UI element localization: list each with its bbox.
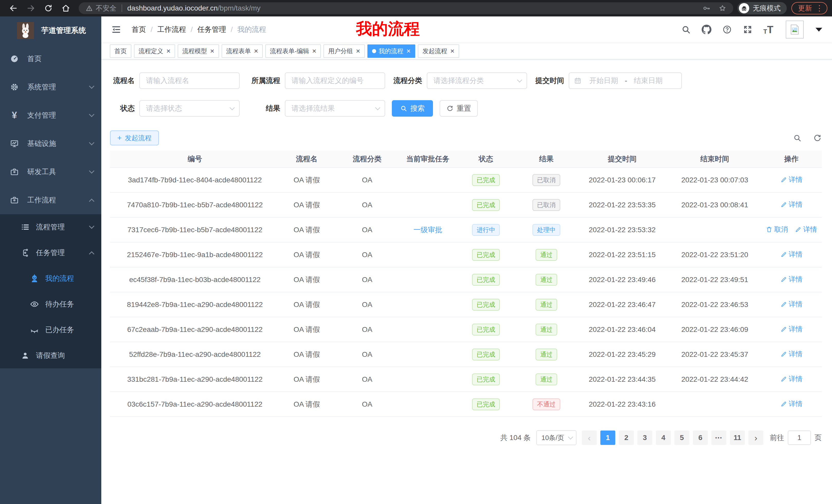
detail-button[interactable]: 详情	[780, 349, 803, 359]
page-button-4[interactable]: 4	[656, 430, 671, 445]
sidebar-item-my-process[interactable]: 我的流程	[0, 265, 101, 291]
sidebar-item-done-task[interactable]: 已办任务	[0, 317, 101, 343]
tab-process-form[interactable]: 流程表单 ×	[222, 45, 263, 58]
key-icon[interactable]	[702, 4, 711, 12]
cell-id: 52ffd28e-7b9a-11ec-a290-acde48001122	[110, 342, 280, 367]
hamburger-icon[interactable]	[111, 24, 121, 35]
tab-label: 发起流程	[422, 47, 447, 55]
toggle-search-icon[interactable]	[793, 134, 802, 142]
tab-home[interactable]: 首页	[110, 45, 131, 58]
sidebar-item-leave-query[interactable]: 请假查询	[0, 343, 101, 368]
refresh-table-icon[interactable]	[813, 134, 822, 142]
end-date-input[interactable]	[629, 77, 668, 85]
page-button-6[interactable]: 6	[693, 430, 708, 445]
page-button-2[interactable]: 2	[619, 430, 634, 445]
sidebar-item-payment[interactable]: ¥ 支付管理	[0, 101, 101, 130]
address-bar[interactable]: 不安全 dashboard.yudao.iocoder.cn/bpm/task/…	[79, 2, 733, 14]
sidebar-item-dev-tools[interactable]: 研发工具	[0, 158, 101, 186]
search-button[interactable]: 搜索	[392, 100, 433, 117]
close-icon[interactable]: ×	[312, 48, 316, 55]
fullscreen-icon[interactable]	[743, 25, 753, 34]
detail-button[interactable]: 详情	[780, 300, 803, 309]
reset-button[interactable]: 重置	[440, 100, 478, 117]
close-icon[interactable]: ×	[166, 48, 171, 55]
sidebar-item-label: 系统管理	[27, 82, 90, 92]
tab-user-group[interactable]: 用户分组 ×	[323, 45, 365, 58]
reload-icon[interactable]	[43, 2, 54, 14]
detail-button[interactable]: 详情	[780, 175, 803, 184]
close-icon[interactable]: ×	[356, 48, 360, 55]
detail-button[interactable]: 详情	[780, 200, 803, 209]
detail-button[interactable]: 详情	[780, 275, 803, 284]
detail-button[interactable]: 详情	[795, 225, 817, 234]
detail-button[interactable]: 详情	[780, 325, 803, 334]
next-page-button[interactable]: ›	[749, 430, 763, 445]
detail-button[interactable]: 详情	[780, 374, 803, 384]
process-def-input[interactable]	[285, 73, 385, 89]
result-badge: 通过	[536, 249, 557, 261]
page-button-11[interactable]: 11	[730, 430, 745, 445]
tab-my-process[interactable]: 我的流程 ×	[367, 45, 415, 58]
chevron-down-icon[interactable]	[815, 28, 822, 32]
breadcrumb-workflow[interactable]: 工作流程	[157, 25, 186, 34]
close-icon[interactable]: ×	[254, 48, 258, 55]
submit-time-label: 提交时间	[534, 76, 564, 86]
security-label[interactable]: 不安全	[96, 4, 116, 13]
sidebar-item-home[interactable]: 首页	[0, 45, 101, 73]
sidebar-item-workflow[interactable]: 工作流程	[0, 186, 101, 214]
back-icon[interactable]	[7, 2, 19, 14]
filter-row-1: 流程名 所属流程 流程分类 提交时间 -	[110, 73, 822, 89]
sidebar-item-process-manage[interactable]: 流程管理	[0, 214, 101, 240]
start-date-input[interactable]	[584, 77, 623, 85]
result-select[interactable]	[285, 100, 385, 117]
tab-process-definition[interactable]: 流程定义 ×	[134, 45, 175, 58]
sidebar-logo[interactable]: 芋道管理系统	[0, 17, 101, 45]
page-button-5[interactable]: 5	[674, 430, 689, 445]
search-icon[interactable]	[681, 25, 691, 34]
header-category: 流程分类	[334, 150, 400, 167]
sidebar-item-infrastructure[interactable]: 基础设施	[0, 130, 101, 158]
page-button-1[interactable]: 1	[600, 430, 615, 445]
task-link[interactable]: 一级审批	[413, 226, 442, 234]
app-title: 芋道管理系统	[41, 25, 86, 36]
sidebar-item-task-manage[interactable]: 任务管理	[0, 240, 101, 265]
detail-button[interactable]: 详情	[780, 399, 803, 409]
breadcrumb-home[interactable]: 首页	[132, 25, 146, 34]
process-name-input[interactable]	[139, 73, 240, 89]
close-icon[interactable]: ×	[450, 48, 454, 55]
cell-end-time: 2022-01-22 23:45:37	[669, 342, 761, 367]
tab-start-process[interactable]: 发起流程 ×	[418, 45, 459, 58]
date-range-picker[interactable]: -	[569, 73, 682, 89]
sidebar-item-todo-task[interactable]: 待办任务	[0, 291, 101, 317]
detail-button[interactable]: 详情	[780, 250, 803, 259]
category-select[interactable]	[427, 73, 527, 89]
update-button[interactable]: 更新 ⋮	[791, 2, 827, 15]
cancel-button[interactable]: 取消	[766, 225, 788, 234]
github-icon[interactable]	[702, 25, 711, 34]
goto-page-input[interactable]	[788, 430, 811, 445]
help-icon[interactable]	[722, 25, 732, 34]
cell-category: OA	[334, 367, 400, 392]
kebab-menu-icon[interactable]: ⋮	[815, 4, 823, 12]
tab-process-form-edit[interactable]: 流程表单-编辑 ×	[265, 45, 321, 58]
avatar[interactable]	[786, 21, 804, 38]
table-toolbar: + 发起流程	[110, 131, 822, 145]
sidebar-item-label: 请假查询	[36, 351, 94, 360]
tab-label: 我的流程	[379, 47, 404, 55]
forward-icon[interactable]	[25, 2, 37, 14]
star-icon[interactable]	[718, 4, 727, 12]
home-icon[interactable]	[60, 2, 72, 14]
status-badge: 已完成	[472, 348, 500, 360]
page-size-select[interactable]	[536, 430, 576, 445]
prev-page-button[interactable]: ‹	[582, 430, 597, 445]
close-icon[interactable]: ×	[210, 48, 214, 55]
tab-process-model[interactable]: 流程模型 ×	[178, 45, 219, 58]
sidebar-item-system[interactable]: 系统管理	[0, 73, 101, 101]
breadcrumb-task-manage[interactable]: 任务管理	[198, 25, 226, 34]
page-button-3[interactable]: 3	[638, 430, 652, 445]
page-more-button[interactable]: •••	[711, 430, 726, 445]
create-process-button[interactable]: + 发起流程	[110, 131, 159, 145]
close-icon[interactable]: ×	[407, 48, 411, 55]
font-size-icon[interactable]: TT	[763, 24, 773, 35]
status-select[interactable]	[139, 100, 240, 117]
